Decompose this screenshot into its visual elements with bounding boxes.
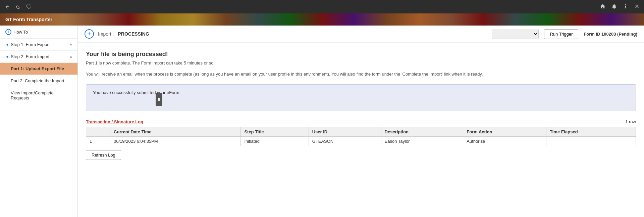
step2-label: Step 2: Form Import <box>11 54 70 59</box>
row-user-id: GTEASON <box>309 136 381 146</box>
favorite-button[interactable] <box>25 3 32 10</box>
view-label: View Import/Complete Requests <box>11 90 72 100</box>
row-count: 1 row <box>625 119 636 124</box>
row-date-time: 06/19/2023 6:04:35PM <box>110 136 241 146</box>
step1-toggle-icon: ▼ <box>5 42 9 47</box>
row-description: Eason Taylor <box>381 136 463 146</box>
plus-icon: + <box>88 31 91 38</box>
col-step-title: Step Title <box>241 127 309 136</box>
back-button[interactable] <box>4 3 11 10</box>
bell-icon[interactable] <box>611 3 617 10</box>
success-box: You have successfully submitted your eFo… <box>86 84 636 111</box>
col-user-id: User ID <box>309 127 381 136</box>
sidebar-item-step2[interactable]: ▼ Step 2: Form Import ∧ <box>0 51 77 63</box>
browser-bar-right <box>600 3 640 10</box>
sidebar-item-part2[interactable]: Part 2: Complete the Import <box>0 75 77 87</box>
log-table-head: Current Date Time Step Title User ID Des… <box>86 127 636 136</box>
history-button[interactable] <box>15 3 21 10</box>
import-status: PROCESSING <box>118 31 149 37</box>
transaction-section: Transaction / Signature Log 1 row Curren… <box>86 119 636 160</box>
col-description: Description <box>381 127 463 136</box>
sidebar-item-part1[interactable]: Part 1: Upload Export File <box>0 63 77 75</box>
more-options-icon[interactable] <box>623 3 629 10</box>
step1-chevron-icon: ∨ <box>70 43 72 46</box>
part2-label: Part 2: Complete the Import <box>11 78 72 83</box>
app-header: GT Form Transporter <box>0 13 644 26</box>
log-table-body: 106/19/2023 6:04:35PMInitiatedGTEASONEas… <box>86 136 636 146</box>
browser-bar <box>0 0 644 13</box>
col-form-action: Form Action <box>463 127 546 136</box>
part1-label: Part 1: Upload Export File <box>11 66 72 71</box>
step2-chevron-icon: ∧ <box>70 55 72 58</box>
processing-title: Your file is being processed! <box>86 51 636 58</box>
form-id-label: Form ID 100203 (Pending) <box>584 32 637 37</box>
pause-button[interactable]: II <box>156 93 162 106</box>
row-form-action: Authorize <box>463 136 546 146</box>
processing-subtitle: Part 1 is now complete. The Form Import … <box>86 60 636 66</box>
row-num: 1 <box>86 136 110 146</box>
transaction-header: Transaction / Signature Log 1 row <box>86 119 636 124</box>
table-row: 106/19/2023 6:04:35PMInitiatedGTEASONEas… <box>86 136 636 146</box>
step2-toggle-icon: ▼ <box>5 54 9 59</box>
how-to-label: How To <box>13 30 72 35</box>
sidebar-item-view[interactable]: View Import/Complete Requests <box>0 87 77 104</box>
import-prefix: Import : <box>98 31 114 37</box>
col-num <box>86 127 110 136</box>
main-topbar: + Import : PROCESSING Run Trigger Form I… <box>78 26 644 43</box>
row-step-title: Initiated <box>241 136 309 146</box>
transaction-title: Transaction / Signature Log <box>86 119 143 124</box>
topbar-right: Run Trigger Form ID 100203 (Pending) <box>492 29 637 39</box>
sidebar-item-how-to[interactable]: i How To <box>0 26 77 39</box>
log-table-header-row: Current Date Time Step Title User ID Des… <box>86 127 636 136</box>
close-icon[interactable] <box>634 3 640 10</box>
col-date-time: Current Date Time <box>110 127 241 136</box>
refresh-log-button[interactable]: Refresh Log <box>86 150 121 160</box>
trigger-select[interactable] <box>492 29 539 39</box>
main-layout: i How To ▼ Step 1: Form Export ∨ ▼ Step … <box>0 26 644 217</box>
step1-label: Step 1: Form Export <box>11 42 70 47</box>
run-trigger-button[interactable]: Run Trigger <box>544 29 578 39</box>
success-message: You have successfully submitted your eFo… <box>93 90 180 95</box>
pause-icon: II <box>158 97 160 102</box>
log-table: Current Date Time Step Title User ID Des… <box>86 127 636 146</box>
home-icon[interactable] <box>600 3 606 10</box>
sidebar-item-step1[interactable]: ▼ Step 1: Form Export ∨ <box>0 39 77 51</box>
row-time-elapsed <box>546 136 636 146</box>
info-icon: i <box>5 29 11 35</box>
import-icon[interactable]: + <box>85 29 94 39</box>
main-body: Your file is being processed! Part 1 is … <box>78 43 644 160</box>
sidebar: i How To ▼ Step 1: Form Export ∨ ▼ Step … <box>0 26 78 217</box>
processing-description: You will receive an email when the proce… <box>86 71 636 78</box>
col-time-elapsed: Time Elapsed <box>546 127 636 136</box>
app-title: GT Form Transporter <box>5 17 52 22</box>
main-content: II + Import : PROCESSING Run Trigger For… <box>78 26 644 217</box>
